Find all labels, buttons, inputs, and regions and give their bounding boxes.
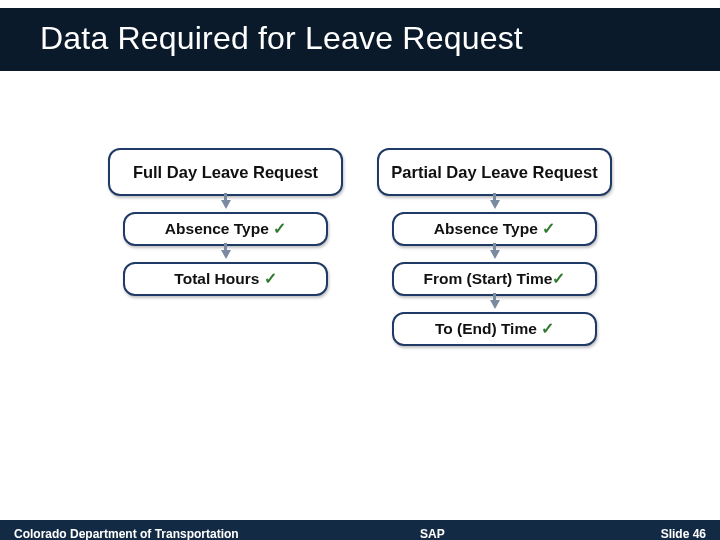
- arrow-down-icon: [221, 250, 231, 259]
- column-full-day: Full Day Leave Request Absence Type ✓ To…: [98, 148, 353, 346]
- check-icon: ✓: [273, 220, 286, 237]
- header-partial-day: Partial Day Leave Request: [377, 148, 612, 196]
- check-icon: ✓: [552, 270, 565, 287]
- column-partial-day: Partial Day Leave Request Absence Type ✓…: [367, 148, 622, 346]
- step-to-time: To (End) Time ✓: [392, 312, 597, 346]
- footer-system: SAP: [420, 527, 445, 540]
- title-band: Data Required for Leave Request: [0, 8, 720, 71]
- arrow-down-icon: [490, 250, 500, 259]
- footer: Colorado Department of Transportation SA…: [0, 520, 720, 540]
- arrow-down-icon: [490, 300, 500, 309]
- header-full-day: Full Day Leave Request: [108, 148, 343, 196]
- content: Full Day Leave Request Absence Type ✓ To…: [0, 148, 720, 346]
- arrow-down-icon: [490, 200, 500, 209]
- check-icon: ✓: [541, 320, 554, 337]
- step-label: Absence Type: [165, 220, 273, 237]
- slide-title: Data Required for Leave Request: [0, 20, 720, 57]
- step-total-hours: Total Hours ✓: [123, 262, 328, 296]
- step-from-time: From (Start) Time✓: [392, 262, 597, 296]
- step-label: From (Start) Time: [424, 270, 553, 287]
- check-icon: ✓: [264, 270, 277, 287]
- footer-org: Colorado Department of Transportation: [14, 527, 239, 540]
- step-label: To (End) Time: [435, 320, 541, 337]
- step-label: Total Hours: [174, 270, 263, 287]
- check-icon: ✓: [542, 220, 555, 237]
- footer-slide-number: Slide 46: [661, 527, 706, 540]
- step-label: Absence Type: [434, 220, 542, 237]
- columns: Full Day Leave Request Absence Type ✓ To…: [0, 148, 720, 346]
- arrow-down-icon: [221, 200, 231, 209]
- slide: Data Required for Leave Request Full Day…: [0, 8, 720, 540]
- step-absence-type-right: Absence Type ✓: [392, 212, 597, 246]
- step-absence-type-left: Absence Type ✓: [123, 212, 328, 246]
